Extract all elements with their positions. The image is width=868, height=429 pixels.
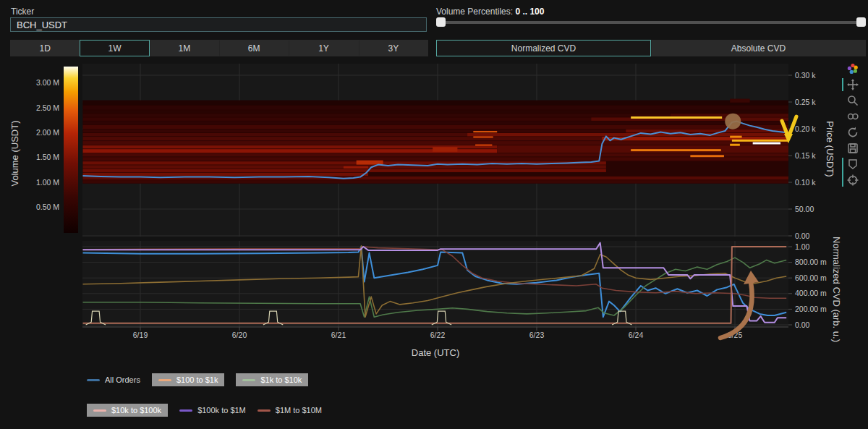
- zoom-icon[interactable]: [846, 94, 859, 107]
- price-heatmap-figure[interactable]: 3.00 M2.50 M2.00 M1.50 M1.00 M0.50 MVolu…: [0, 61, 868, 365]
- ticker-label: Ticker: [11, 7, 34, 17]
- tab-6m[interactable]: 6M: [219, 40, 289, 56]
- ticker-input-box: [10, 17, 427, 32]
- cvd-axis-ticks: 1.00800.00 m600.00 m400.00 m200.00 m0.00: [788, 242, 827, 329]
- legend-label: $100 to $1k: [176, 375, 218, 384]
- svg-text:1.50 M: 1.50 M: [36, 153, 59, 161]
- reset-axes-icon[interactable]: [846, 126, 859, 139]
- hover-closest-icon[interactable]: [846, 158, 859, 171]
- svg-text:6/22: 6/22: [430, 331, 446, 339]
- svg-text:50.00: 50.00: [795, 205, 814, 213]
- tab-3y[interactable]: 3Y: [359, 40, 428, 56]
- range-tabs: 1D1W1M6M1Y3Y: [10, 40, 428, 56]
- legend-label: $10k to $100k: [111, 406, 161, 415]
- tab-1w[interactable]: 1W: [80, 40, 149, 56]
- box-select-icon[interactable]: [846, 110, 859, 123]
- svg-text:800.00 m: 800.00 m: [795, 258, 827, 266]
- svg-text:0.30 k: 0.30 k: [795, 71, 816, 80]
- svg-text:0.50 M: 0.50 M: [36, 203, 59, 211]
- plotly-modebar: [841, 62, 862, 200]
- volume-percentiles-value: 0 .. 100: [515, 7, 544, 17]
- svg-text:6/20: 6/20: [232, 331, 247, 339]
- date-axis-ticks: 6/196/206/216/226/236/246/25: [133, 327, 743, 339]
- legend-dash: [179, 409, 192, 412]
- legend-item--10k-to-100k[interactable]: $10k to $100k: [87, 404, 168, 417]
- svg-text:1.00 M: 1.00 M: [36, 178, 59, 187]
- svg-text:600.00 m: 600.00 m: [795, 273, 827, 282]
- volume-axis-title: Volume (USDT): [9, 120, 20, 186]
- circle-annotation: [725, 114, 741, 129]
- legend-dash: [258, 409, 271, 412]
- svg-text:0.00: 0.00: [795, 232, 810, 240]
- cvd-axis-title: Normalized CVD (arb. u.): [831, 237, 842, 342]
- tab-1m[interactable]: 1M: [150, 40, 219, 56]
- svg-text:3.00 M: 3.00 M: [36, 78, 59, 87]
- svg-text:2.00 M: 2.00 M: [36, 128, 59, 137]
- tab-absolute-cvd[interactable]: Absolute CVD: [651, 40, 866, 56]
- legend-label: $1M to $10M: [276, 406, 322, 415]
- tab-normalized-cvd[interactable]: Normalized CVD: [436, 40, 651, 56]
- tab-1y[interactable]: 1Y: [289, 40, 358, 56]
- svg-text:0.15 k: 0.15 k: [795, 151, 816, 160]
- legend-label: $100k to $1M: [197, 406, 246, 415]
- legend-item--1k-to-10k[interactable]: $1k to $10k: [236, 373, 308, 386]
- svg-text:2.50 M: 2.50 M: [36, 103, 59, 112]
- legend-dash: [87, 379, 100, 381]
- svg-text:6/23: 6/23: [529, 331, 545, 339]
- volume-percentiles-label: Volume Percentiles: 0 .. 100: [436, 7, 544, 17]
- svg-text:6/21: 6/21: [331, 331, 346, 339]
- svg-text:6/19: 6/19: [133, 331, 148, 339]
- legend-dash: [242, 379, 255, 381]
- svg-text:1.00: 1.00: [795, 242, 810, 251]
- svg-text:0.20 k: 0.20 k: [795, 124, 816, 133]
- modebar-active-indicator: [842, 158, 843, 187]
- legend-item--1m-to-10m[interactable]: $1M to $10M: [258, 406, 322, 415]
- svg-text:0.00: 0.00: [795, 320, 810, 329]
- plotly-logo-icon[interactable]: [846, 62, 859, 75]
- ticker-input[interactable]: [11, 19, 426, 32]
- legend-item--100k-to-1m[interactable]: $100k to $1M: [179, 406, 246, 415]
- svg-text:0.25 k: 0.25 k: [795, 98, 816, 106]
- legend-row: All Orders$100 to $1k$1k to $10k: [87, 374, 322, 386]
- modebar-active-indicator: [842, 78, 843, 91]
- price-axis-title: Price (USDT): [825, 121, 835, 177]
- legend-label: All Orders: [105, 375, 140, 384]
- volume-percentiles-caption: Volume Percentiles:: [436, 7, 513, 17]
- legend-item-all-orders[interactable]: All Orders: [87, 375, 140, 384]
- slider-handle-min[interactable]: [436, 17, 446, 27]
- legend-item--100-to-1k[interactable]: $100 to $1k: [152, 373, 225, 386]
- volume-colorbar: [64, 67, 78, 233]
- slider-track[interactable]: [436, 21, 866, 24]
- crosshair-icon[interactable]: [846, 174, 859, 187]
- save-icon[interactable]: [846, 142, 859, 155]
- svg-text:400.00 m: 400.00 m: [795, 289, 827, 297]
- liquidity-heatmap: [83, 99, 788, 184]
- svg-text:6/24: 6/24: [629, 331, 644, 339]
- price-axis-ticks: 0.30 k0.25 k0.20 k0.15 k0.10 k50.000.00: [788, 71, 816, 240]
- date-axis-title: Date (UTC): [412, 347, 459, 358]
- volume-colorbar-ticks: 3.00 M2.50 M2.00 M1.50 M1.00 M0.50 M: [36, 78, 59, 211]
- legend-row: $10k to $100k$100k to $1M$1M to $10M: [87, 404, 322, 416]
- pan-icon[interactable]: [846, 78, 859, 91]
- series-legend: All Orders$100 to $1k$1k to $10k $10k to…: [87, 374, 322, 429]
- svg-text:0.10 k: 0.10 k: [795, 178, 816, 187]
- slider-handle-max[interactable]: [856, 17, 866, 27]
- legend-dash: [158, 379, 171, 381]
- svg-text:200.00 m: 200.00 m: [795, 305, 827, 313]
- legend-label: $1k to $10k: [260, 375, 302, 384]
- cvd-tabs: Normalized CVDAbsolute CVD: [436, 40, 866, 56]
- volume-percentiles-slider[interactable]: [436, 17, 866, 27]
- tab-1d[interactable]: 1D: [10, 40, 80, 56]
- legend-dash: [93, 409, 106, 412]
